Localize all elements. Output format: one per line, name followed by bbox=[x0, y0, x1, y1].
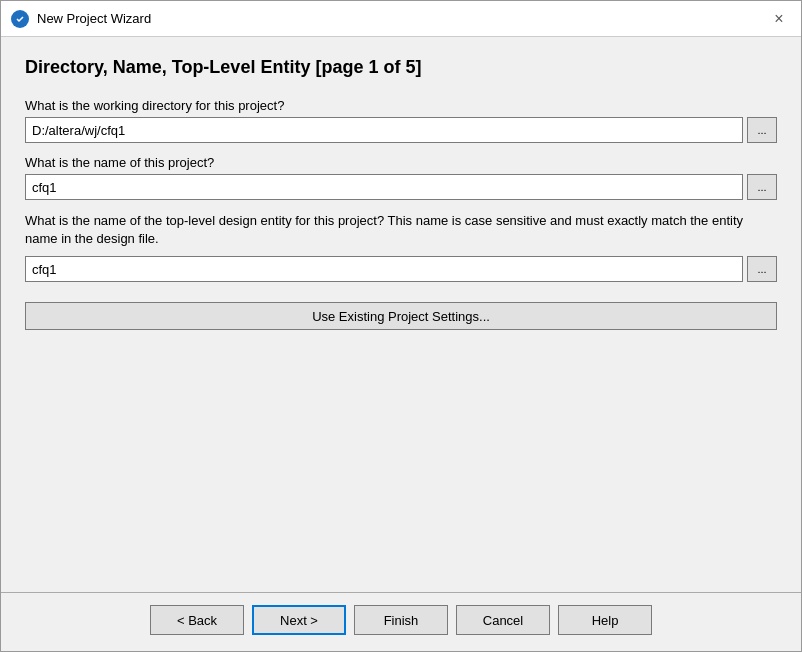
project-name-browse-button[interactable]: ... bbox=[747, 174, 777, 200]
project-name-row: ... bbox=[25, 174, 777, 200]
dialog-content: Directory, Name, Top-Level Entity [page … bbox=[1, 37, 801, 592]
title-bar: New Project Wizard × bbox=[1, 1, 801, 37]
project-name-input[interactable] bbox=[25, 174, 743, 200]
page-title: Directory, Name, Top-Level Entity [page … bbox=[25, 57, 777, 78]
working-dir-label: What is the working directory for this p… bbox=[25, 98, 777, 113]
finish-button[interactable]: Finish bbox=[354, 605, 448, 635]
working-dir-browse-button[interactable]: ... bbox=[747, 117, 777, 143]
entity-section: What is the name of the top-level design… bbox=[25, 212, 777, 282]
entity-row: ... bbox=[25, 256, 777, 282]
entity-description: What is the name of the top-level design… bbox=[25, 212, 777, 248]
footer-divider bbox=[1, 592, 801, 593]
close-button[interactable]: × bbox=[767, 7, 791, 31]
entity-input[interactable] bbox=[25, 256, 743, 282]
working-dir-section: What is the working directory for this p… bbox=[25, 98, 777, 143]
next-button[interactable]: Next > bbox=[252, 605, 346, 635]
dialog-footer: < Back Next > Finish Cancel Help bbox=[1, 605, 801, 651]
dialog-window: New Project Wizard × Directory, Name, To… bbox=[0, 0, 802, 652]
cancel-button[interactable]: Cancel bbox=[456, 605, 550, 635]
app-icon bbox=[11, 10, 29, 28]
entity-browse-button[interactable]: ... bbox=[747, 256, 777, 282]
use-existing-button[interactable]: Use Existing Project Settings... bbox=[25, 302, 777, 330]
title-bar-left: New Project Wizard bbox=[11, 10, 151, 28]
window-title: New Project Wizard bbox=[37, 11, 151, 26]
project-name-section: What is the name of this project? ... bbox=[25, 155, 777, 200]
working-dir-input[interactable] bbox=[25, 117, 743, 143]
working-dir-row: ... bbox=[25, 117, 777, 143]
help-button[interactable]: Help bbox=[558, 605, 652, 635]
project-name-label: What is the name of this project? bbox=[25, 155, 777, 170]
back-button[interactable]: < Back bbox=[150, 605, 244, 635]
